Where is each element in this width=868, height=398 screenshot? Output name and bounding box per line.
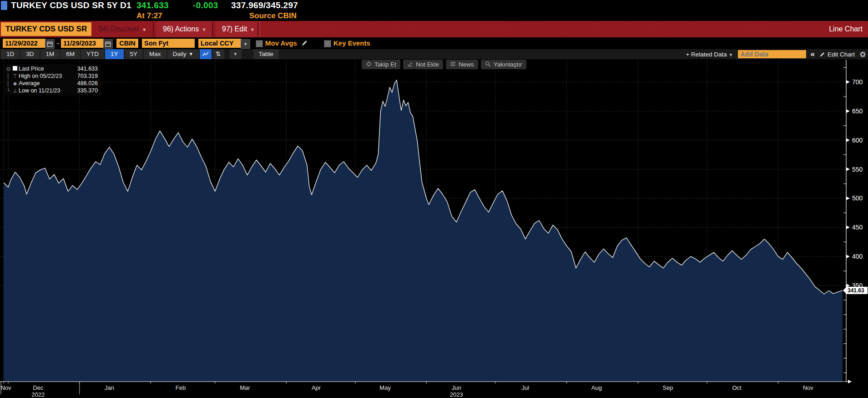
last-price-tag-text: 341.63 bbox=[848, 287, 864, 294]
x-axis-month-label: Oct bbox=[732, 384, 742, 391]
calendar-icon[interactable] bbox=[45, 39, 55, 49]
y-axis-label: 550 bbox=[852, 166, 863, 173]
y-axis-label: 650 bbox=[852, 107, 863, 115]
x-axis-year-label: 2022 bbox=[31, 391, 45, 398]
terminal-corner-icon bbox=[1, 1, 7, 10]
x-axis-month-label: Sep bbox=[662, 384, 673, 391]
menu-divider bbox=[212, 22, 213, 36]
pricing-source-field[interactable]: CBIN bbox=[116, 39, 138, 48]
chevron-down-icon: ▼ bbox=[729, 52, 733, 57]
y-tick-arrow bbox=[846, 196, 850, 200]
pencil-icon[interactable] bbox=[301, 40, 308, 48]
legend-tree-glyph: ⊟ bbox=[5, 66, 11, 72]
chart-button-news[interactable]: News bbox=[446, 60, 478, 69]
chevron-down-icon: ▼ bbox=[142, 27, 147, 32]
add-data-input[interactable] bbox=[738, 50, 806, 58]
mov-avgs-checkbox[interactable] bbox=[256, 40, 263, 47]
y-tick-arrow bbox=[846, 255, 850, 258]
chart-button-yakınlaştır[interactable]: Yakınlaştır bbox=[481, 60, 526, 69]
chevron-down-icon: ▼ bbox=[189, 49, 193, 59]
last-price-square bbox=[11, 66, 19, 71]
table-button[interactable]: Table bbox=[253, 49, 279, 59]
period-button-6M[interactable]: 6M bbox=[61, 49, 80, 59]
annotate-icon bbox=[407, 61, 413, 68]
average-marker: ◆ bbox=[11, 81, 19, 87]
x-axis-month-label: Aug bbox=[591, 384, 602, 391]
price-chart[interactable]: 350400450500550600650700NovDecJanFebMarA… bbox=[0, 59, 868, 398]
currency-dropdown-button[interactable]: ▼ bbox=[241, 39, 250, 49]
chart-legend[interactable]: ⊟Last Price341.633│⊤High on 05/22/23703.… bbox=[4, 64, 101, 96]
bloomberg-terminal-window: TURKEY CDS USD SR 5Y D1 341.633 -0.003 3… bbox=[0, 0, 868, 398]
legend-value: 335.370 bbox=[74, 87, 98, 94]
menu-divider bbox=[257, 22, 258, 36]
chart-type-dropdown[interactable]: ▼ bbox=[230, 49, 242, 59]
key-events-label[interactable]: Key Events bbox=[333, 39, 370, 48]
frequency-select[interactable]: Daily▼ bbox=[167, 49, 199, 59]
period-button-Max[interactable]: Max bbox=[144, 49, 167, 59]
gear-icon[interactable] bbox=[859, 51, 866, 58]
period-button-5Y[interactable]: 5Y bbox=[125, 49, 143, 59]
pencil-icon bbox=[819, 51, 825, 57]
collapse-panel-button[interactable]: « bbox=[811, 50, 815, 59]
chart-controls: 11/29/2022 - 11/29/2023 CBIN Son Fyt Loc… bbox=[0, 37, 868, 49]
chevron-down-icon: ▼ bbox=[233, 49, 238, 59]
security-box[interactable]: TURKEY CDS USD SR bbox=[1, 22, 91, 36]
crosshair-icon bbox=[366, 61, 372, 68]
legend-row[interactable]: │◆Average486.026 bbox=[5, 80, 98, 87]
x-axis-month-label: May bbox=[379, 384, 391, 391]
legend-row[interactable]: ⊟Last Price341.633 bbox=[5, 65, 98, 72]
toolbar-right-cluster: + Related Data ▼ « Edit Chart bbox=[686, 49, 866, 59]
sort-updown-icon[interactable]: ⇅ bbox=[212, 49, 224, 59]
y-axis-label: 600 bbox=[852, 137, 863, 144]
security-title: TURKEY CDS USD SR 5Y D1 bbox=[11, 0, 131, 10]
x-axis-arrow bbox=[848, 380, 852, 383]
high-marker: ⊤ bbox=[11, 73, 19, 79]
key-events-checkbox[interactable] bbox=[324, 40, 331, 47]
y-tick-arrow bbox=[846, 80, 850, 84]
calendar-icon[interactable] bbox=[103, 39, 113, 49]
chart-button-takip-et[interactable]: Takip Et bbox=[362, 60, 400, 69]
menu-edit[interactable]: 97) Edit▼ bbox=[216, 21, 261, 37]
price-field-select[interactable]: Son Fyt bbox=[142, 39, 195, 48]
period-button-1M[interactable]: 1M bbox=[40, 49, 60, 59]
y-axis-label: 500 bbox=[852, 194, 863, 202]
legend-row[interactable]: │⊤High on 05/22/23703.319 bbox=[5, 72, 98, 80]
y-tick-arrow bbox=[846, 138, 850, 142]
date-to-input[interactable]: 11/29/2023 bbox=[61, 39, 104, 48]
chevron-down-icon: ▼ bbox=[250, 27, 255, 32]
period-button-YTD[interactable]: YTD bbox=[81, 49, 104, 59]
date-from-input[interactable]: 11/29/2022 bbox=[3, 39, 45, 48]
chart-button-not-ekle[interactable]: Not Ekle bbox=[403, 60, 443, 69]
menu-discover[interactable]: 94) Discover▼ bbox=[92, 21, 153, 37]
y-axis-label: 700 bbox=[852, 78, 863, 86]
price-change: -0.003 bbox=[193, 0, 218, 10]
date-range-separator: - bbox=[57, 39, 59, 48]
x-axis-year-label: 2023 bbox=[450, 391, 463, 398]
bid-ask: 337.969/345.297 bbox=[231, 0, 298, 10]
chart-type-label: Line Chart bbox=[829, 21, 863, 37]
y-axis-label: 400 bbox=[852, 253, 863, 260]
y-tick-arrow bbox=[846, 109, 850, 113]
period-button-3D[interactable]: 3D bbox=[20, 49, 39, 59]
x-axis-month-label: Apr bbox=[312, 384, 321, 391]
legend-value: 703.319 bbox=[74, 73, 98, 79]
currency-select[interactable]: Local CCY bbox=[198, 39, 241, 48]
edit-chart-button[interactable]: Edit Chart bbox=[819, 51, 855, 58]
legend-label: High on 05/22/23 bbox=[19, 73, 74, 79]
period-button-1Y[interactable]: 1Y bbox=[105, 49, 124, 59]
x-axis-month-label: Dec bbox=[33, 384, 44, 391]
related-data-button[interactable]: + Related Data ▼ bbox=[686, 51, 733, 58]
legend-row[interactable]: └⊥Low on 11/21/23335.370 bbox=[5, 87, 98, 94]
menu-actions[interactable]: 96) Actions▼ bbox=[156, 21, 213, 37]
mov-avgs-label[interactable]: Mov Avgs bbox=[265, 39, 297, 48]
x-axis-month-label: Jun bbox=[452, 384, 461, 391]
y-tick-arrow bbox=[846, 225, 850, 229]
chevron-down-icon: ▼ bbox=[243, 42, 247, 46]
y-axis-label: 450 bbox=[852, 224, 863, 231]
quote-subheader: At 7:27 Source CBIN bbox=[0, 11, 868, 21]
period-button-1D[interactable]: 1D bbox=[1, 49, 20, 59]
line-chart-icon[interactable] bbox=[200, 49, 212, 59]
legend-tree-glyph: │ bbox=[5, 73, 11, 79]
x-axis-month-label: Feb bbox=[176, 384, 186, 391]
legend-tree-glyph: └ bbox=[5, 88, 11, 93]
